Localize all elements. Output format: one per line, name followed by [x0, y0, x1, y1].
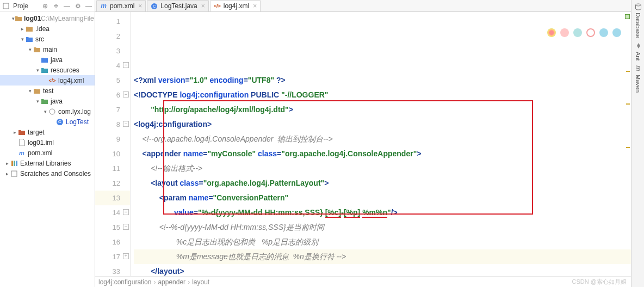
fold-toggle[interactable]: [123, 106, 129, 112]
browser-preview-icons: [547, 28, 621, 37]
project-tool-window: Proje ⊕ ≑ — ⚙ — ▾log01 C:\MyLearningFile…: [0, 0, 95, 287]
svg-point-6: [635, 4, 641, 6]
code-line[interactable]: <!DOCTYPE log4j:configuration PUBLIC "-/…: [134, 88, 631, 102]
file-type-icon: </>: [214, 3, 221, 9]
fold-toggle[interactable]: −: [123, 91, 129, 97]
database-icon: [634, 3, 642, 11]
tree-item-pom-xml[interactable]: mpom.xml: [0, 148, 95, 158]
svg-point-1: [49, 109, 55, 114]
collapse-icon[interactable]: —: [63, 2, 71, 10]
code-line[interactable]: %m是message也就是日志的消息 %n是换行符 -->: [134, 249, 631, 264]
tree-item-external-libraries[interactable]: ▸External Libraries: [0, 158, 95, 168]
tab-label: LogTest.java: [160, 2, 197, 10]
fold-toggle[interactable]: −: [123, 209, 129, 215]
code-line[interactable]: value="%-d{yyyy-MM-dd HH:mm:ss,SSS} [%c]…: [134, 205, 631, 220]
code-line[interactable]: <param name="ConversionPattern": [134, 191, 631, 205]
watermark: CSDN @索心如月姐: [572, 278, 627, 286]
fold-toggle[interactable]: +: [123, 253, 129, 259]
fold-toggle[interactable]: −: [123, 62, 129, 68]
code-line[interactable]: <!--org.apache.log4j.ConsoleAppender 输出到…: [134, 132, 631, 146]
tab-LogTest-java[interactable]: CLogTest.java×: [147, 0, 208, 11]
editor-tabs: mpom.xml×CLogTest.java×</>log4j.xml×: [95, 0, 631, 12]
ant-icon: [634, 42, 642, 50]
editor-wrap: 1234−56−78−91011121314−15−1617+33 <?xml …: [95, 12, 631, 276]
svg-rect-4: [16, 161, 17, 166]
code-line[interactable]: "http://org/apache/log4j/xml/log4j.dtd">: [134, 102, 631, 117]
code-line[interactable]: %c是日志出现的包和类 %p是日志的级别: [134, 235, 631, 249]
firefox-icon[interactable]: [560, 28, 569, 37]
code-line[interactable]: <!--输出格式-->: [134, 161, 631, 176]
tool-database[interactable]: Database: [634, 3, 642, 38]
code-line[interactable]: <appender name="myConsole" class="org.ap…: [134, 146, 631, 161]
file-type-icon: m: [100, 2, 107, 10]
breadcrumb-item[interactable]: appender: [158, 278, 185, 286]
analysis-ok-icon: [625, 14, 630, 19]
tree-item-resources[interactable]: ▾resources: [0, 65, 95, 75]
code-line[interactable]: <!--%-d{yyyy-MM-dd HH:mm:ss,SSS}是当前时间: [134, 220, 631, 235]
gear-icon[interactable]: ⚙: [74, 2, 82, 10]
tree-item-target[interactable]: ▸target: [0, 127, 95, 137]
tree-item-java[interactable]: ▾java: [0, 96, 95, 106]
breadcrumb-item[interactable]: log4j:configuration: [98, 278, 151, 286]
safari-icon[interactable]: [573, 28, 582, 37]
breadcrumb-item[interactable]: layout: [192, 278, 209, 286]
tree-item-log01[interactable]: ▾log01 C:\MyLearningFile: [0, 13, 95, 23]
hide-icon[interactable]: —: [85, 2, 92, 10]
fold-toggle[interactable]: [123, 165, 129, 171]
svg-rect-0: [3, 3, 9, 9]
tree-item-java[interactable]: java: [0, 54, 95, 65]
code-line[interactable]: <layout class="org.apache.log4j.PatternL…: [134, 176, 631, 191]
opera-icon[interactable]: [586, 28, 595, 37]
project-icon: [2, 2, 10, 10]
fold-toggle[interactable]: −: [123, 224, 129, 230]
project-tree[interactable]: ▾log01 C:\MyLearningFile▸.idea▾src▾mainj…: [0, 12, 95, 287]
tool-ant[interactable]: Ant: [634, 42, 642, 61]
fold-toggle[interactable]: [123, 268, 129, 274]
gutter: 1234−56−78−91011121314−15−1617+33: [95, 12, 131, 276]
close-icon[interactable]: ×: [252, 2, 258, 10]
select-opened-icon[interactable]: ⊕: [41, 2, 49, 10]
chrome-icon[interactable]: [547, 28, 556, 37]
fold-toggle[interactable]: [123, 77, 129, 83]
tab-label: log4j.xml: [224, 2, 249, 10]
svg-rect-5: [11, 171, 17, 176]
tool-maven[interactable]: mMaven: [634, 65, 642, 93]
project-title: Proje: [13, 2, 28, 10]
code-line[interactable]: <?xml version="1.0" encoding="UTF8" ?>: [134, 73, 631, 88]
ie-icon[interactable]: [599, 28, 608, 37]
edge-icon[interactable]: [612, 28, 621, 37]
tab-log4j-xml[interactable]: </>log4j.xml×: [210, 0, 261, 11]
tree-item-log4j-xml[interactable]: </>log4j.xml: [0, 75, 95, 86]
right-toolbar: DatabaseAntmMaven: [631, 0, 644, 287]
tree-item-scratches-and-consoles[interactable]: ▸Scratches and Consoles: [0, 168, 95, 179]
tree-item-logtest[interactable]: CLogTest: [0, 117, 95, 127]
editor-area: mpom.xml×CLogTest.java×</>log4j.xml× 123…: [95, 0, 631, 287]
code-line[interactable]: </layout>: [134, 264, 631, 276]
tree-item-src[interactable]: ▾src: [0, 34, 95, 44]
code-line[interactable]: <log4j:configuration>: [134, 117, 631, 132]
tree-item--idea[interactable]: ▸.idea: [0, 23, 95, 34]
svg-rect-2: [11, 161, 13, 166]
tab-label: pom.xml: [110, 2, 134, 10]
expand-icon[interactable]: ≑: [52, 2, 60, 10]
close-icon[interactable]: ×: [200, 2, 206, 10]
tree-item-main[interactable]: ▾main: [0, 44, 95, 54]
breadcrumb[interactable]: log4j:configuration›appender›layout: [95, 276, 631, 287]
tree-item-com-lyx-log[interactable]: ▾com.lyx.log: [0, 106, 95, 117]
tab-pom-xml[interactable]: mpom.xml×: [96, 0, 146, 11]
project-tool-header: Proje ⊕ ≑ — ⚙ —: [0, 0, 95, 12]
warning-marker[interactable]: [626, 71, 630, 72]
fold-toggle[interactable]: [123, 239, 129, 245]
svg-rect-3: [14, 161, 15, 166]
fold-toggle[interactable]: −: [123, 121, 129, 127]
close-icon[interactable]: ×: [137, 2, 143, 10]
maven-icon: m: [634, 65, 642, 73]
code-editor[interactable]: <?xml version="1.0" encoding="UTF8" ?><!…: [131, 12, 631, 276]
tree-item-log01-iml[interactable]: log01.iml: [0, 137, 95, 148]
file-type-icon: C: [151, 3, 158, 9]
tree-item-test[interactable]: ▾test: [0, 86, 95, 96]
